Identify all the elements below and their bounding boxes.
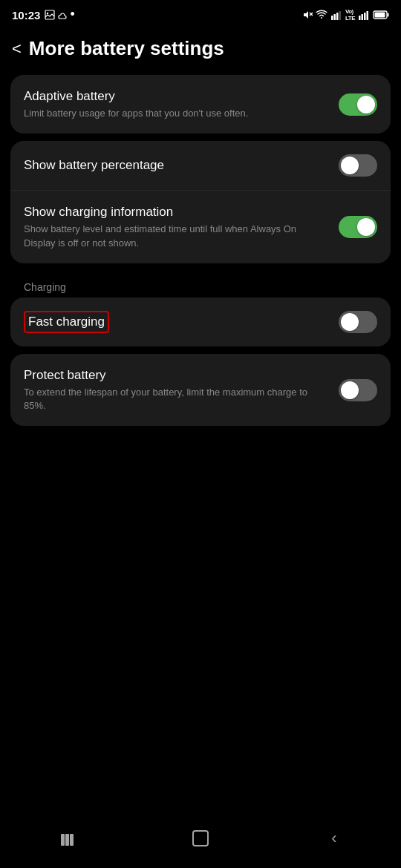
protect-battery-toggle[interactable] <box>339 379 377 401</box>
protect-battery-item[interactable]: Protect battery To extend the lifespan o… <box>10 354 391 426</box>
adaptive-battery-title: Adaptive battery <box>24 88 327 105</box>
signal2-icon <box>358 10 370 20</box>
adaptive-battery-card: Adaptive battery Limit battery usage for… <box>10 75 391 134</box>
nav-bar: ‹ <box>0 816 401 868</box>
protect-battery-subtitle: To extend the lifespan of your battery, … <box>24 386 327 412</box>
svg-rect-4 <box>331 16 333 20</box>
show-charging-info-item[interactable]: Show charging information Show battery l… <box>10 190 391 263</box>
svg-rect-8 <box>359 16 361 20</box>
charging-section-label: Charging <box>10 271 391 297</box>
gallery-icon <box>45 10 55 20</box>
page-title: More battery settings <box>29 37 224 60</box>
status-bar: 10:23 • Vo)LTE <box>0 0 401 27</box>
wifi-icon <box>316 10 327 20</box>
protect-battery-title: Protect battery <box>24 367 327 384</box>
svg-rect-6 <box>336 13 339 20</box>
show-battery-percentage-toggle[interactable] <box>339 154 377 177</box>
status-icons-left: • <box>45 9 74 21</box>
adaptive-battery-toggle[interactable] <box>339 93 377 116</box>
fast-charging-card: Fast charging <box>10 297 391 346</box>
display-card: Show battery percentage Show charging in… <box>10 141 391 263</box>
adaptive-battery-item[interactable]: Adaptive battery Limit battery usage for… <box>10 75 391 134</box>
status-time: 10:23 <box>12 9 40 22</box>
svg-rect-14 <box>375 13 385 18</box>
content: Adaptive battery Limit battery usage for… <box>0 75 401 426</box>
signal-icon <box>330 10 342 20</box>
protect-battery-card: Protect battery To extend the lifespan o… <box>10 354 391 426</box>
back-button[interactable]: < <box>12 39 22 59</box>
volte-label: Vo)LTE <box>345 8 355 22</box>
svg-rect-11 <box>367 11 369 20</box>
home-button[interactable] <box>178 823 223 853</box>
fast-charging-item[interactable]: Fast charging <box>10 297 391 346</box>
show-battery-percentage-item[interactable]: Show battery percentage <box>10 141 391 190</box>
fast-charging-highlight: Fast charging <box>24 311 109 333</box>
svg-rect-16 <box>65 834 69 846</box>
status-dot: • <box>70 7 74 21</box>
fast-charging-title: Fast charging <box>28 315 105 329</box>
show-charging-info-subtitle: Show battery level and estimated time un… <box>24 223 327 249</box>
adaptive-battery-subtitle: Limit battery usage for apps that you do… <box>24 107 327 120</box>
status-bar-left: 10:23 • <box>12 9 75 22</box>
svg-rect-7 <box>339 11 341 20</box>
fast-charging-toggle[interactable] <box>339 311 377 333</box>
show-charging-info-title: Show charging information <box>24 204 327 220</box>
svg-rect-9 <box>362 14 364 20</box>
mute-icon <box>302 10 313 20</box>
charging-section: Charging Fast charging <box>10 271 391 346</box>
show-battery-percentage-title: Show battery percentage <box>24 157 327 174</box>
header: < More battery settings <box>0 27 401 75</box>
svg-point-1 <box>47 13 48 14</box>
svg-rect-17 <box>70 834 74 846</box>
download-icon <box>57 10 68 20</box>
recent-apps-button[interactable] <box>45 823 89 853</box>
svg-rect-10 <box>364 13 366 20</box>
svg-rect-15 <box>61 834 65 846</box>
svg-rect-5 <box>333 14 336 20</box>
battery-icon <box>373 10 389 20</box>
show-charging-info-toggle[interactable] <box>339 216 377 238</box>
svg-rect-13 <box>388 13 389 17</box>
back-nav-button[interactable]: ‹ <box>312 823 356 853</box>
back-nav-arrow: ‹ <box>331 829 336 848</box>
status-bar-right: Vo)LTE <box>302 8 389 22</box>
